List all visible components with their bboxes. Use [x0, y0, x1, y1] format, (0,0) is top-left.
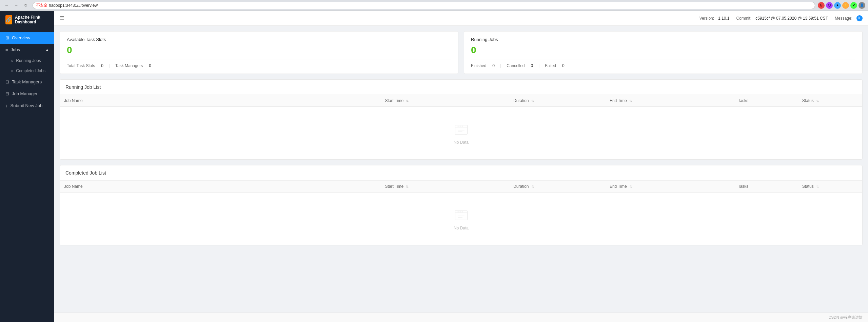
main-content: Available Task Slots 0 Total Task Slots …	[54, 26, 868, 313]
topbar-left: ☰	[60, 15, 64, 21]
sidebar-item-task-managers-label: Task Managers	[12, 79, 42, 84]
message-badge: 0	[856, 15, 863, 21]
job-manager-icon: ⊟	[5, 91, 9, 96]
completed-jobs-icon: ○	[11, 68, 13, 73]
th-completed-job-name: Job Name	[60, 181, 381, 193]
sidebar-item-completed-jobs-label: Completed Jobs	[16, 68, 45, 73]
topbar-right: Version: 1.10.1 Commit: c5915cf @ 07.05.…	[699, 15, 863, 21]
sort-icon-completed-status[interactable]: ⇅	[816, 185, 819, 188]
completed-job-table-header-row: Job Name Start Time ⇅ Duration ⇅	[60, 181, 862, 193]
th-completed-duration: Duration ⇅	[509, 181, 606, 193]
profile-icon[interactable]: 👤	[859, 2, 865, 9]
browser-toolbar-icons: G ⬡ ✦ ⚡ ✔ 👤	[818, 2, 865, 9]
extension-icon-2: ⬡	[826, 2, 833, 9]
sort-icon-end-time[interactable]: ⇅	[629, 99, 632, 103]
th-duration: Duration ⇅	[509, 95, 606, 107]
browser-bar: ← → ↻ 不安全 hadoop1:34431/#/overview G ⬡ ✦…	[0, 0, 868, 11]
total-task-slots-label: Total Task Slots	[67, 63, 95, 68]
svg-point-3	[462, 126, 463, 127]
task-managers-value: 0	[149, 63, 151, 68]
footer-divider-1: |	[109, 63, 110, 68]
jobs-icon: ≡	[5, 47, 8, 52]
available-task-slots-value: 0	[67, 45, 451, 56]
running-job-no-data-row: No Data	[60, 107, 862, 159]
sidebar-item-job-manager-label: Job Manager	[12, 91, 38, 96]
th-completed-end-time: End Time ⇅	[606, 181, 734, 193]
message-count: 0	[858, 16, 860, 20]
available-task-slots-footer: Total Task Slots 0 | Task Managers 0	[67, 60, 451, 68]
message-label: Message:	[835, 16, 852, 21]
reload-button[interactable]: ↻	[22, 1, 30, 9]
sidebar-item-job-manager[interactable]: ⊟ Job Manager	[0, 88, 54, 100]
chevron-up-icon: ▲	[45, 48, 49, 52]
running-job-table-header-row: Job Name Start Time ⇅ Duration ⇅	[60, 95, 862, 107]
running-job-table: Job Name Start Time ⇅ Duration ⇅	[60, 95, 862, 159]
version-label: Version:	[699, 16, 714, 21]
running-jobs-value: 0	[471, 45, 855, 56]
app-logo-icon: 🔗	[5, 15, 12, 24]
running-jobs-icon: ○	[11, 58, 13, 63]
th-start-time: Start Time ⇅	[381, 95, 509, 107]
topbar: ☰ Version: 1.10.1 Commit: c5915cf @ 07.0…	[54, 11, 868, 26]
running-jobs-card: Running Jobs 0 Finished 0 | Cancelled 0 …	[464, 31, 863, 74]
running-job-list-section: Running Job List Job Name Start Time ⇅	[60, 79, 863, 160]
sidebar-item-task-managers[interactable]: ⊡ Task Managers	[0, 76, 54, 88]
sidebar-item-running-jobs[interactable]: ○ Running Jobs	[0, 56, 54, 66]
sort-icon-completed-start-time[interactable]: ⇅	[406, 185, 409, 188]
failed-label: Failed	[545, 63, 556, 68]
extension-icon-1: G	[818, 2, 825, 9]
sidebar-item-completed-jobs[interactable]: ○ Completed Jobs	[0, 66, 54, 76]
jobs-section-left: ≡ Jobs	[5, 47, 20, 52]
svg-point-2	[460, 126, 461, 127]
sort-icon-completed-end-time[interactable]: ⇅	[629, 185, 632, 188]
no-data-icon-running	[453, 121, 469, 137]
task-managers-label: Task Managers	[115, 63, 143, 68]
no-data-icon-completed	[453, 207, 469, 223]
th-status: Status ⇅	[798, 95, 862, 107]
sidebar-item-overview[interactable]: ⊞ Overview	[0, 32, 54, 44]
sidebar-item-submit-new-job[interactable]: ↓ Submit New Job	[0, 100, 54, 112]
sidebar-item-running-jobs-label: Running Jobs	[16, 58, 41, 63]
svg-rect-4	[455, 211, 467, 220]
th-job-name: Job Name	[60, 95, 381, 107]
version-value: 1.10.1	[718, 16, 729, 21]
back-button[interactable]: ←	[3, 1, 11, 9]
th-completed-start-time: Start Time ⇅	[381, 181, 509, 193]
running-job-table-head: Job Name Start Time ⇅ Duration ⇅	[60, 95, 862, 107]
sort-icon-duration[interactable]: ⇅	[531, 99, 534, 103]
running-job-list-title: Running Job List	[60, 80, 862, 95]
forward-button[interactable]: →	[12, 1, 20, 9]
app-container: 🔗 Apache Flink Dashboard ⊞ Overview ≡ Jo…	[0, 11, 868, 322]
extension-icon-3: ✦	[834, 2, 841, 9]
available-task-slots-title: Available Task Slots	[67, 37, 451, 42]
submit-job-icon: ↓	[5, 103, 8, 108]
th-tasks: Tasks	[734, 95, 798, 107]
completed-job-list-title: Completed Job List	[60, 165, 862, 181]
sidebar-item-jobs[interactable]: ≡ Jobs ▲	[0, 44, 54, 56]
sidebar-item-jobs-label: Jobs	[11, 47, 20, 52]
running-job-no-data: No Data	[64, 110, 858, 156]
finished-label: Finished	[471, 63, 486, 68]
svg-point-7	[462, 212, 463, 213]
footer-text: CSDN @程序猿进阶	[829, 315, 863, 319]
completed-job-list-section: Completed Job List Job Name Start Time ⇅	[60, 165, 863, 245]
hamburger-menu-icon[interactable]: ☰	[60, 15, 64, 21]
completed-job-table-head: Job Name Start Time ⇅ Duration ⇅	[60, 181, 862, 193]
sidebar-nav: ⊞ Overview ≡ Jobs ▲ ○ Running Jobs ○ Com…	[0, 29, 54, 322]
sort-icon-status[interactable]: ⇅	[816, 99, 819, 103]
sort-icon-completed-duration[interactable]: ⇅	[531, 185, 534, 188]
sidebar-item-submit-new-job-label: Submit New Job	[11, 103, 43, 108]
running-job-table-body: No Data	[60, 107, 862, 159]
address-bar[interactable]: 不安全 hadoop1:34431/#/overview	[33, 2, 815, 9]
footer-divider-2: |	[500, 63, 501, 68]
th-completed-tasks: Tasks	[734, 181, 798, 193]
failed-value: 0	[562, 63, 565, 68]
sort-icon-start-time[interactable]: ⇅	[406, 99, 409, 103]
insecure-label: 不安全	[36, 3, 47, 8]
th-end-time: End Time ⇅	[606, 95, 734, 107]
finished-value: 0	[492, 63, 495, 68]
completed-job-table-body: No Data	[60, 193, 862, 245]
completed-job-no-data-row: No Data	[60, 193, 862, 245]
footer-divider-3: |	[538, 63, 539, 68]
available-task-slots-card: Available Task Slots 0 Total Task Slots …	[60, 31, 458, 74]
